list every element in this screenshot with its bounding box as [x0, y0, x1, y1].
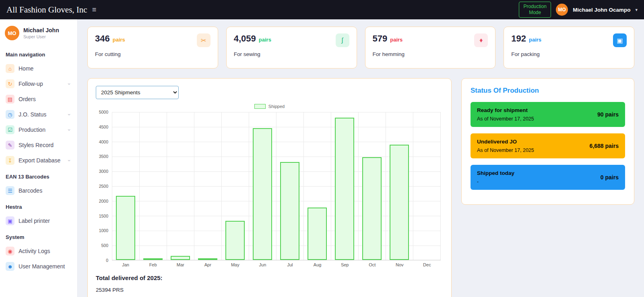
status-card-subtitle: As of November 17, 2025: [477, 147, 534, 153]
stat-card-sewing: 4,059 pairs ∫ For sewing: [226, 27, 357, 69]
topbar: All Fashion Gloves, Inc ≡ Production Mod…: [0, 0, 644, 19]
status-panel-title: Status Of Production: [471, 87, 625, 95]
topbar-user-name[interactable]: Michael John Ocampo: [573, 7, 630, 13]
stat-card-hemming: 579 pairs ♦ For hemming: [365, 27, 496, 69]
jo-status-icon: ◷: [6, 110, 14, 119]
status-card-subtitle: -: [477, 179, 514, 185]
barcode-icon: ☰: [6, 186, 14, 195]
sidebar-item-activity-logs[interactable]: ◉ Activity Logs: [4, 243, 73, 259]
status-card-subtitle: As of November 17, 2025: [477, 116, 534, 122]
sidebar-item-label: J.O. Status: [19, 111, 64, 118]
chart-column: [167, 112, 194, 260]
status-card-title: Shipped today: [477, 170, 514, 176]
chart-column: [413, 112, 440, 260]
sidebar-item-user-management[interactable]: ☻ User Management: [4, 259, 73, 274]
printer-icon: ▣: [6, 216, 14, 225]
main-content: 346 pairs ✂ For cutting 4,059 pairs ∫ Fo…: [78, 19, 644, 297]
user-management-icon: ☻: [6, 262, 14, 271]
chart-column: [249, 112, 276, 260]
x-axis-label: Nov: [386, 262, 413, 267]
total-delivered-label: Total delivered of 2025:: [96, 274, 443, 281]
chevron-down-icon[interactable]: ▾: [635, 7, 638, 12]
chevron-down-icon: ›: [66, 83, 72, 85]
sidebar-item-label: Home: [19, 65, 72, 72]
sidebar-item-export-database[interactable]: ↧ Export Database ›: [4, 153, 73, 168]
stat-value: 4,059: [234, 33, 256, 44]
status-card-value: 6,688 pairs: [590, 143, 619, 149]
sidebar-item-barcodes[interactable]: ☰ Barcodes: [4, 183, 73, 198]
status-of-production-panel: Status Of Production Ready for shipment …: [461, 78, 634, 205]
sidebar-item-label: Follow-up: [19, 81, 64, 87]
chart-column: [194, 112, 221, 260]
chart-column: [221, 112, 249, 260]
status-card-value: 0 pairs: [601, 174, 619, 181]
sidebar-item-label: Export Database: [19, 157, 64, 164]
x-axis-label: Mar: [167, 262, 194, 267]
sidebar-profile: MO Michael John Super User: [4, 24, 73, 46]
x-axis-label: Sep: [331, 262, 359, 267]
stat-value: 346: [95, 33, 110, 44]
sidebar: MO Michael John Super User Main navigati…: [0, 19, 78, 297]
stat-value: 192: [511, 33, 526, 44]
sidebar-item-label-printer[interactable]: ▣ Label printer: [4, 213, 73, 228]
stat-label: For hemming: [373, 51, 488, 57]
status-card-value: 90 pairs: [597, 111, 619, 118]
bar-feb: [143, 258, 163, 260]
x-axis-label: Jan: [112, 262, 139, 267]
x-axis-label: Aug: [304, 262, 331, 267]
bar-mar: [171, 256, 190, 260]
stat-unit: pairs: [529, 37, 541, 43]
sidebar-item-follow-up[interactable]: ↻ Follow-up ›: [4, 76, 73, 91]
sidebar-item-label: Production: [19, 127, 64, 133]
chart-column: [358, 112, 386, 260]
stat-unit: pairs: [259, 37, 271, 43]
sidebar-item-home[interactable]: ⌂ Home: [4, 61, 73, 76]
export-database-icon: ↧: [6, 156, 14, 165]
orders-icon: ▤: [6, 95, 14, 104]
x-axis-label: May: [221, 262, 249, 267]
bar-oct: [362, 157, 382, 260]
styles-record-icon: ✎: [6, 141, 14, 150]
sidebar-item-label: User Management: [19, 263, 72, 270]
chevron-down-icon: ›: [66, 114, 72, 115]
bar-nov: [390, 145, 409, 260]
legend-swatch: [254, 104, 266, 109]
brand: All Fashion Gloves, Inc: [6, 5, 87, 15]
topbar-right: Production Mode MO Michael John Ocampo ▾: [519, 2, 638, 18]
bar-may: [225, 221, 245, 260]
sewing-needle-icon: ∫: [336, 33, 349, 47]
status-card-undelivered-jo: Undelivered JO As of November 17, 2025 6…: [471, 133, 625, 158]
chart-column: [112, 112, 139, 260]
production-mode-button[interactable]: Production Mode: [519, 2, 551, 18]
scissors-icon: ✂: [197, 33, 211, 47]
stat-label: For packing: [511, 51, 627, 57]
bar-sep: [335, 118, 354, 260]
chevron-down-icon: ›: [66, 129, 72, 131]
hamburger-menu-icon[interactable]: ≡: [92, 6, 97, 13]
user-avatar[interactable]: MO: [556, 4, 568, 16]
bar-jul: [280, 162, 299, 260]
activity-logs-icon: ◉: [6, 247, 14, 255]
sidebar-item-label: Activity Logs: [19, 248, 72, 254]
sidebar-item-label: Barcodes: [19, 187, 72, 194]
sidebar-item-label: Orders: [19, 96, 72, 102]
x-axis-label: Jul: [276, 262, 303, 267]
profile-role: Super User: [23, 34, 59, 39]
stat-card-cutting: 346 pairs ✂ For cutting: [87, 27, 218, 69]
sidebar-item-production[interactable]: ☑ Production ›: [4, 122, 73, 137]
plot-area: [112, 112, 441, 260]
chevron-down-icon: ›: [66, 160, 72, 161]
total-delivered-value: 25394 PRS: [96, 287, 443, 293]
stat-card-packing: 192 pairs ▣ For packing: [504, 27, 634, 69]
x-axis-label: Oct: [359, 262, 386, 267]
shipments-year-select[interactable]: 2025 Shipments: [96, 86, 179, 99]
chart-column: [331, 112, 358, 260]
sidebar-item-jo-status[interactable]: ◷ J.O. Status ›: [4, 107, 73, 122]
app-root: All Fashion Gloves, Inc ≡ Production Mod…: [0, 0, 644, 297]
stat-unit: pairs: [113, 37, 125, 43]
chart-legend: Shipped: [96, 104, 443, 109]
sidebar-item-styles-record[interactable]: ✎ Styles Record: [4, 137, 73, 153]
sidebar-item-orders[interactable]: ▤ Orders: [4, 91, 73, 107]
bar-jun: [253, 128, 272, 260]
stat-value: 579: [373, 33, 388, 44]
